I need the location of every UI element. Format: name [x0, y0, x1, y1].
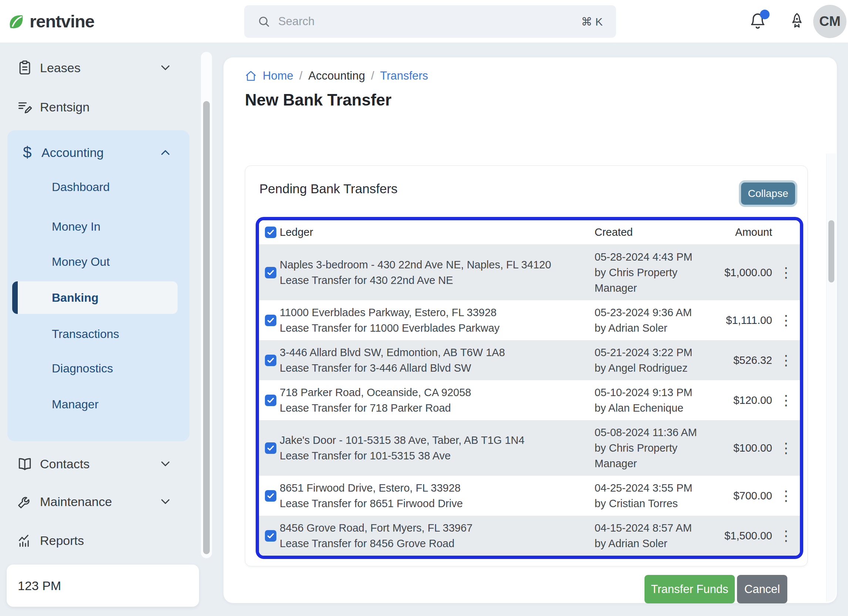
cancel-button[interactable]: Cancel — [737, 575, 787, 603]
breadcrumb-home-link[interactable]: Home — [263, 69, 294, 83]
created-by: by Adrian Soler — [594, 536, 702, 551]
row-checkbox[interactable] — [265, 490, 276, 502]
table-row: 718 Parker Road, Oceanside, CA 92058 Lea… — [259, 380, 800, 420]
avatar[interactable]: CM — [813, 5, 847, 38]
main-scrollbar-thumb[interactable] — [829, 220, 834, 282]
sidebar-item-dashboard[interactable]: Dashboard — [52, 176, 110, 198]
panel-title: Pending Bank Transfers — [259, 181, 398, 196]
sidebar-item-diagnostics[interactable]: Diagnostics — [52, 357, 113, 380]
sidebar-scrollbar-thumb[interactable] — [203, 101, 210, 554]
sidebar-item-banking[interactable]: Banking — [12, 281, 178, 314]
sidebar-item-label: Contacts — [40, 457, 89, 471]
sidebar-item-accounting[interactable]: $ Accounting — [7, 141, 190, 164]
created-date: 05-10-2024 9:13 PM — [594, 384, 702, 400]
logo-text: rentvine — [30, 11, 94, 31]
created-by: by Alan Echenique — [594, 400, 702, 416]
row-checkbox[interactable] — [265, 355, 276, 366]
amount-value: $120.00 — [717, 394, 772, 407]
ledger-description: Lease Transfer for 8456 Grove Road — [280, 536, 587, 551]
breadcrumb: Home / Accounting / Transfers — [245, 69, 428, 83]
row-checkbox[interactable] — [265, 530, 276, 542]
rentvine-app: rentvine ⌘ K CM — [0, 0, 848, 616]
sidebar-item-contacts[interactable]: Contacts — [0, 452, 190, 476]
amount-value: $700.00 — [717, 490, 772, 502]
home-icon — [245, 70, 257, 82]
kebab-menu-icon[interactable]: ⋮ — [779, 489, 793, 503]
amount-value: $1,000.00 — [717, 267, 772, 279]
created-by: by Chris Property Manager — [594, 265, 702, 296]
sidebar-item-money-out[interactable]: Money Out — [52, 251, 110, 273]
table-row: 8456 Grove Road, Fort Myers, FL 33967 Le… — [259, 516, 800, 556]
kebab-menu-icon[interactable]: ⋮ — [779, 266, 793, 279]
amount-value: $526.32 — [717, 354, 772, 367]
created-date: 04-25-2024 3:55 PM — [594, 480, 702, 496]
created-date: 05-23-2024 9:36 AM — [594, 305, 702, 320]
breadcrumb-accounting: Accounting — [308, 69, 365, 83]
kebab-menu-icon[interactable]: ⋮ — [779, 441, 793, 455]
kebab-menu-icon[interactable]: ⋮ — [779, 393, 793, 407]
ledger-description: Lease Transfer for 718 Parker Road — [280, 400, 587, 416]
ledger-description: Lease Transfer for 430 22nd Ave NE — [280, 272, 587, 288]
transfers-table: Ledger Created Amount Naples 3-bedroom -… — [259, 220, 800, 556]
avatar-initials: CM — [819, 14, 841, 29]
table-header-row: Ledger Created Amount — [259, 220, 800, 245]
ledger-description: Lease Transfer for 8651 Firwood Drive — [280, 496, 587, 511]
row-checkbox[interactable] — [265, 315, 276, 326]
kebab-menu-icon[interactable]: ⋮ — [779, 353, 793, 367]
sidebar-scrollbar[interactable] — [201, 52, 212, 558]
search-input[interactable] — [278, 15, 581, 28]
search-shortcut: ⌘ K — [581, 15, 603, 28]
chart-icon — [17, 532, 33, 549]
sidebar-item-leases[interactable]: Leases — [0, 55, 190, 80]
sidebar-item-reports[interactable]: Reports — [0, 528, 190, 553]
created-date: 05-21-2024 3:22 PM — [594, 344, 702, 360]
row-checkbox[interactable] — [265, 267, 276, 278]
chevron-down-icon — [159, 494, 172, 509]
search-icon — [258, 15, 270, 28]
ledger-description: Lease Transfer for 11000 Everblades Park… — [280, 320, 587, 336]
sidebar-item-transactions[interactable]: Transactions — [52, 323, 119, 345]
search-bar[interactable]: ⌘ K — [244, 5, 616, 38]
sidebar-item-money-in[interactable]: Money In — [52, 215, 101, 237]
breadcrumb-separator: / — [299, 69, 302, 83]
main-scrollbar[interactable] — [826, 154, 836, 601]
amount-value: $1,500.00 — [717, 530, 772, 542]
ledger-property: Jake's Door - 101-5315 38 Ave, Taber, AB… — [280, 432, 587, 448]
notifications-button[interactable] — [749, 12, 768, 31]
chevron-down-icon — [159, 457, 172, 471]
clock-text: 123 PM — [18, 579, 61, 593]
table-row: 8651 Firwood Drive, Estero, FL 33928 Lea… — [259, 476, 800, 516]
rentvine-logo[interactable]: rentvine — [7, 11, 94, 31]
amount-value: $1,111.00 — [717, 314, 772, 327]
table-row: 3-446 Allard Blvd SW, Edmontion, AB T6W … — [259, 340, 800, 380]
row-checkbox[interactable] — [265, 442, 276, 454]
book-icon — [17, 456, 33, 472]
transfer-funds-button[interactable]: Transfer Funds — [645, 575, 735, 603]
signature-icon — [17, 99, 33, 115]
sidebar-item-label: Maintenance — [40, 494, 112, 509]
sidebar: Leases Rentsign $ Accounting D — [0, 43, 200, 616]
whats-new-button[interactable] — [788, 12, 807, 31]
ledger-property: Naples 3-bedroom - 430 22nd Ave NE, Napl… — [280, 257, 587, 272]
column-header-created: Created — [594, 226, 717, 238]
breadcrumb-transfers-link[interactable]: Transfers — [380, 69, 428, 83]
ledger-property: 718 Parker Road, Oceanside, CA 92058 — [280, 384, 587, 400]
clock-widget: 123 PM — [7, 564, 199, 607]
chevron-down-icon — [159, 61, 172, 75]
sidebar-item-manager[interactable]: Manager — [52, 393, 98, 416]
rocket-icon — [788, 12, 806, 30]
notification-dot — [760, 10, 769, 19]
sidebar-item-rentsign[interactable]: Rentsign — [0, 95, 190, 119]
sidebar-item-maintenance[interactable]: Maintenance — [0, 489, 190, 514]
row-checkbox[interactable] — [265, 395, 276, 406]
ledger-property: 11000 Everblades Parkway, Estero, FL 339… — [280, 305, 587, 320]
select-all-checkbox[interactable] — [265, 227, 276, 238]
topbar: rentvine ⌘ K CM — [0, 0, 848, 43]
kebab-menu-icon[interactable]: ⋮ — [779, 528, 793, 543]
ledger-description: Lease Transfer for 101-5315 38 Ave — [280, 448, 587, 463]
sidebar-item-label: Rentsign — [40, 100, 89, 114]
chevron-up-icon — [159, 145, 172, 160]
kebab-menu-icon[interactable]: ⋮ — [779, 313, 793, 327]
clipboard-icon — [17, 59, 33, 76]
collapse-button[interactable]: Collapse — [741, 183, 795, 205]
